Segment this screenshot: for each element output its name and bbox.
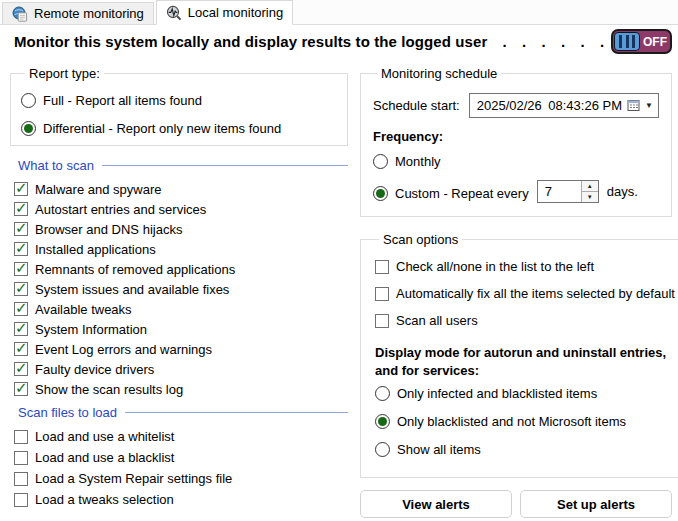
checkbox-indicator: [14, 430, 28, 444]
spinner-up-icon[interactable]: ▲: [582, 181, 598, 192]
display-mode-label: Display mode for autorun and uninstall e…: [375, 344, 675, 379]
checkbox-load-whitelist[interactable]: Load and use a whitelist: [10, 426, 348, 447]
checkbox-indicator: [14, 472, 28, 486]
checkbox-label: Scan all users: [396, 313, 478, 328]
checkbox-label: Load a tweaks selection: [35, 492, 174, 507]
checkbox-label: Load and use a whitelist: [35, 429, 174, 444]
checkbox-label: Check all/none in the list to the left: [396, 259, 594, 274]
checkbox-available-tweaks[interactable]: Available tweaks: [10, 299, 348, 319]
checkbox-system-information[interactable]: System Information: [10, 319, 348, 339]
radio-label: Show all items: [397, 442, 481, 457]
magnifier-pulse-icon: [166, 5, 182, 21]
custom-frequency-row: Custom - Repeat every 7 ▲ ▼ days.: [373, 178, 659, 204]
toggle-handle[interactable]: [614, 32, 640, 51]
checkbox-indicator: [14, 182, 28, 196]
checkbox-label: Load a System Repair settings file: [35, 471, 232, 486]
radio-indicator: [375, 386, 390, 401]
checkbox-indicator: [14, 302, 28, 316]
radio-label: Differential - Report only new items fou…: [43, 121, 281, 136]
radio-indicator: [375, 442, 390, 457]
checkbox-indicator: [375, 260, 389, 274]
radio-indicator: [373, 186, 388, 201]
checkbox-indicator: [14, 282, 28, 296]
scan-files-to-load-heading: Scan files to load: [18, 405, 348, 420]
what-to-scan-heading: What to scan: [18, 158, 348, 173]
checkbox-indicator: [14, 493, 28, 507]
section-heading-label: What to scan: [18, 158, 94, 173]
alerts-button-row: View alerts Set up alerts: [360, 490, 672, 518]
checkbox-installed-applications[interactable]: Installed applications: [10, 239, 348, 259]
checkbox-malware-and-spyware[interactable]: Malware and spyware: [10, 179, 348, 199]
checkbox-show-scan-results-log[interactable]: Show the scan results log: [10, 379, 348, 399]
report-type-legend: Report type:: [25, 66, 104, 81]
checkbox-indicator: [14, 342, 28, 356]
view-alerts-button[interactable]: View alerts: [360, 490, 512, 518]
radio-only-blacklisted-not-microsoft[interactable]: Only blacklisted and not Microsoft items: [375, 407, 675, 435]
spinner-down-icon[interactable]: ▼: [582, 192, 598, 202]
checkbox-indicator: [14, 202, 28, 216]
checkbox-load-tweaks-selection[interactable]: Load a tweaks selection: [10, 489, 348, 510]
checkbox-indicator: [14, 242, 28, 256]
radio-indicator: [373, 154, 388, 169]
scan-options-legend: Scan options: [379, 232, 462, 247]
checkbox-check-all-none[interactable]: Check all/none in the list to the left: [375, 253, 675, 280]
checkbox-indicator: [14, 262, 28, 276]
checkbox-browser-dns-hijacks[interactable]: Browser and DNS hijacks: [10, 219, 348, 239]
monitoring-schedule-legend: Monitoring schedule: [377, 66, 501, 81]
checkbox-label: Browser and DNS hijacks: [35, 222, 182, 237]
radio-label: Monthly: [395, 154, 441, 169]
title-row: Monitor this system locally and display …: [14, 29, 672, 54]
radio-label: Only infected and blacklisted items: [397, 386, 597, 401]
tab-remote-monitoring[interactable]: Remote monitoring: [2, 2, 154, 24]
schedule-start-label: Schedule start:: [373, 98, 460, 113]
radio-label: Only blacklisted and not Microsoft items: [397, 414, 626, 429]
tab-label: Remote monitoring: [34, 6, 144, 21]
repeat-days-spinner[interactable]: 7 ▲ ▼: [537, 180, 599, 203]
checkbox-indicator: [14, 451, 28, 465]
checkbox-label: Automatically fix all the items selected…: [396, 286, 675, 301]
checkbox-indicator: [14, 222, 28, 236]
tab-local-monitoring[interactable]: Local monitoring: [156, 0, 293, 25]
right-column: Monitoring schedule Schedule start: 2025…: [360, 66, 672, 521]
checkbox-system-issues-fixes[interactable]: System issues and available fixes: [10, 279, 348, 299]
checkbox-load-blacklist[interactable]: Load and use a blacklist: [10, 447, 348, 468]
checkbox-event-log-errors[interactable]: Event Log errors and warnings: [10, 339, 348, 359]
checkbox-indicator: [375, 287, 389, 301]
tab-label: Local monitoring: [188, 5, 283, 20]
checkbox-auto-fix-default[interactable]: Automatically fix all the items selected…: [375, 280, 675, 307]
report-type-group: Report type: Full - Report all items fou…: [10, 66, 348, 146]
schedule-start-value: 2025/02/26 08:43:26 PM: [477, 98, 623, 113]
checkbox-autostart-entries[interactable]: Autostart entries and services: [10, 199, 348, 219]
radio-label: Custom - Repeat every: [395, 186, 529, 201]
dropdown-arrow-icon[interactable]: ▼: [645, 101, 653, 110]
checkbox-label: Autostart entries and services: [35, 202, 206, 217]
radio-differential-report[interactable]: Differential - Report only new items fou…: [21, 115, 337, 141]
calendar-icon: [627, 99, 641, 112]
tab-bar: Remote monitoring Local monitoring: [0, 0, 678, 25]
scan-options-group: Scan options Check all/none in the list …: [360, 232, 678, 478]
left-column: Report type: Full - Report all items fou…: [10, 66, 348, 510]
checkbox-label: Available tweaks: [35, 302, 132, 317]
spinner-buttons: ▲ ▼: [581, 181, 598, 202]
monitoring-on-off-toggle[interactable]: OFF: [611, 29, 672, 54]
display-mode-options: Only infected and blacklisted items Only…: [375, 379, 675, 463]
radio-show-all-items[interactable]: Show all items: [375, 435, 675, 463]
checkbox-scan-all-users[interactable]: Scan all users: [375, 307, 675, 334]
checkbox-label: Installed applications: [35, 242, 156, 257]
schedule-start-picker[interactable]: 2025/02/26 08:43:26 PM ▼: [469, 93, 659, 118]
section-heading-label: Scan files to load: [18, 405, 117, 420]
set-up-alerts-button[interactable]: Set up alerts: [520, 490, 672, 518]
checkbox-faulty-device-drivers[interactable]: Faulty device drivers: [10, 359, 348, 379]
checkbox-load-system-repair-settings[interactable]: Load a System Repair settings file: [10, 468, 348, 489]
radio-indicator: [21, 121, 36, 136]
radio-monthly[interactable]: Monthly: [373, 148, 659, 174]
checkbox-label: Malware and spyware: [35, 182, 161, 197]
radio-full-report[interactable]: Full - Report all items found: [21, 87, 337, 113]
monitoring-schedule-group: Monitoring schedule Schedule start: 2025…: [360, 66, 672, 217]
repeat-days-value: 7: [538, 181, 581, 202]
radio-custom-repeat[interactable]: Custom - Repeat every: [373, 180, 529, 206]
globe-page-icon: [12, 6, 28, 22]
checkbox-indicator: [375, 314, 389, 328]
checkbox-remnants-removed-apps[interactable]: Remnants of removed applications: [10, 259, 348, 279]
radio-only-infected-blacklisted[interactable]: Only infected and blacklisted items: [375, 379, 675, 407]
